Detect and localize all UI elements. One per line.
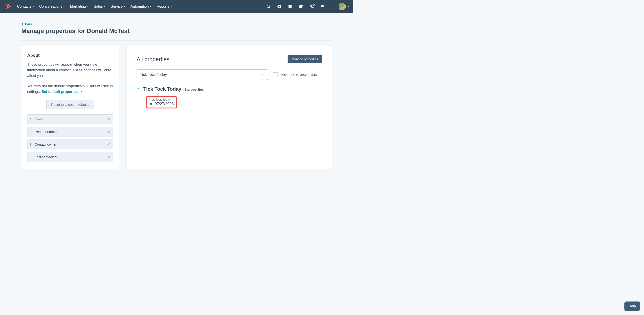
page-title: Manage properties for Donald McTest: [22, 28, 332, 35]
svg-rect-16: [152, 102, 152, 103]
chevron-down-icon: ▾: [33, 5, 34, 8]
chevron-down-icon: ▾: [124, 5, 125, 8]
svg-rect-12: [288, 6, 292, 8]
nav-label: Reports: [156, 4, 169, 8]
svg-point-0: [8, 6, 10, 8]
all-properties-heading: All properties: [136, 56, 170, 62]
svg-rect-19: [150, 104, 150, 105]
property-label: Phone number: [35, 130, 107, 134]
divider: [22, 40, 332, 41]
svg-point-8: [5, 4, 6, 4]
top-navigation: Contacts▾ Conversations▾ Marketing▾ Sale…: [0, 0, 353, 13]
all-properties-card: All properties Manage properties ✕ Hide …: [127, 46, 332, 169]
property-label: Last contacted: [35, 155, 107, 159]
group-title: Tick Tock Today: [143, 86, 181, 92]
property-chip-owner[interactable]: Contact owner ✕: [27, 140, 113, 150]
drag-handle-icon[interactable]: [30, 143, 32, 146]
svg-rect-18: [151, 104, 151, 104]
svg-rect-15: [150, 102, 150, 103]
property-name: Tick Tock Today: [149, 98, 174, 101]
chevron-down-icon: ▾: [64, 5, 64, 8]
nav-label: Service: [111, 4, 123, 8]
remove-property-icon[interactable]: ✕: [107, 117, 110, 121]
external-link-icon: [80, 90, 82, 94]
property-label: Email: [35, 117, 107, 121]
about-heading: About: [27, 53, 113, 58]
nav-label: Conversations: [39, 4, 62, 8]
nav-utility-icons: ▾: [266, 3, 349, 10]
property-search-box[interactable]: ✕: [136, 70, 268, 80]
nav-automation[interactable]: Automation▾: [130, 4, 151, 8]
property-group-header[interactable]: Tick Tock Today 1 properties: [136, 86, 322, 92]
account-menu[interactable]: ▾: [334, 3, 349, 10]
drag-handle-icon[interactable]: [30, 131, 32, 133]
checkbox-box: [273, 72, 278, 77]
about-card: About These properties will appear when …: [22, 46, 119, 169]
svg-rect-14: [150, 103, 152, 104]
remove-property-icon[interactable]: ✕: [107, 155, 110, 159]
settings-gear-icon[interactable]: [298, 4, 303, 9]
property-date-value: 07/27/2023: [154, 102, 174, 106]
chevron-left-icon: ❮: [22, 22, 24, 26]
nav-sales[interactable]: Sales▾: [94, 4, 105, 8]
chevron-down-icon: ▾: [348, 5, 349, 8]
calling-icon[interactable]: [309, 4, 314, 9]
svg-line-10: [269, 7, 270, 8]
clear-search-icon[interactable]: ✕: [260, 71, 264, 78]
hide-blank-checkbox[interactable]: Hide blank properties: [273, 72, 317, 77]
highlighted-property-card[interactable]: Tick Tock Today 07/27/2023: [146, 96, 177, 108]
user-avatar: [339, 3, 346, 10]
drag-handle-icon[interactable]: [30, 156, 32, 158]
chevron-down-icon: ▾: [104, 5, 105, 8]
sprocket-icon: [4, 4, 11, 10]
calendar-icon: [149, 102, 153, 106]
svg-point-9: [267, 5, 269, 8]
nav-label: Marketing: [70, 4, 86, 8]
reset-defaults-button[interactable]: Reset to account defaults: [46, 100, 94, 109]
search-icon[interactable]: [266, 4, 271, 9]
page-content: ❮ Back Manage properties for Donald McTe…: [22, 13, 332, 169]
svg-point-2: [8, 4, 9, 4]
remove-property-icon[interactable]: ✕: [107, 142, 110, 146]
about-description-1: These properties will appear when you vi…: [27, 62, 113, 78]
nav-service[interactable]: Service▾: [111, 4, 125, 8]
collapse-caret-icon[interactable]: [136, 86, 140, 91]
back-link[interactable]: ❮ Back: [22, 22, 32, 26]
default-properties-list: Email ✕ Phone number ✕ Contact owner ✕ L…: [27, 114, 113, 162]
nav-contacts[interactable]: Contacts▾: [17, 4, 34, 8]
nav-label: Sales: [94, 4, 103, 8]
upgrade-icon[interactable]: [277, 4, 282, 9]
property-chip-phone[interactable]: Phone number ✕: [27, 127, 113, 137]
checkbox-label: Hide blank properties: [280, 72, 317, 77]
property-chip-last-contacted[interactable]: Last contacted ✕: [27, 152, 113, 162]
marketplace-icon[interactable]: [288, 4, 292, 9]
hubspot-logo[interactable]: [4, 4, 11, 10]
nav-conversations[interactable]: Conversations▾: [39, 4, 64, 8]
property-search-input[interactable]: [140, 72, 260, 77]
nav-reports[interactable]: Reports▾: [156, 4, 172, 8]
group-count: 1 properties: [184, 88, 204, 91]
drag-handle-icon[interactable]: [30, 118, 32, 120]
property-value-row: 07/27/2023: [149, 102, 174, 106]
manage-properties-button[interactable]: Manage properties: [288, 55, 322, 63]
nav-label: Contacts: [17, 4, 31, 8]
link-label: Set default properties: [42, 89, 78, 95]
back-label: Back: [25, 22, 32, 26]
remove-property-icon[interactable]: ✕: [107, 130, 110, 134]
notification-bell-icon[interactable]: [320, 4, 325, 9]
chevron-down-icon: ▾: [170, 5, 172, 8]
svg-rect-17: [150, 104, 150, 104]
set-default-properties-link[interactable]: Set default properties: [42, 89, 82, 95]
nav-marketing[interactable]: Marketing▾: [70, 4, 88, 8]
svg-line-7: [6, 4, 8, 6]
svg-point-4: [10, 6, 11, 7]
property-label: Contact owner: [35, 142, 107, 146]
nav-label: Automation: [130, 4, 149, 8]
nav-menu: Contacts▾ Conversations▾ Marketing▾ Sale…: [17, 4, 266, 8]
chevron-down-icon: ▾: [87, 5, 88, 8]
chevron-down-icon: ▾: [150, 5, 151, 8]
property-chip-email[interactable]: Email ✕: [27, 114, 113, 124]
about-description-2: You may set the default properties all u…: [27, 84, 113, 95]
